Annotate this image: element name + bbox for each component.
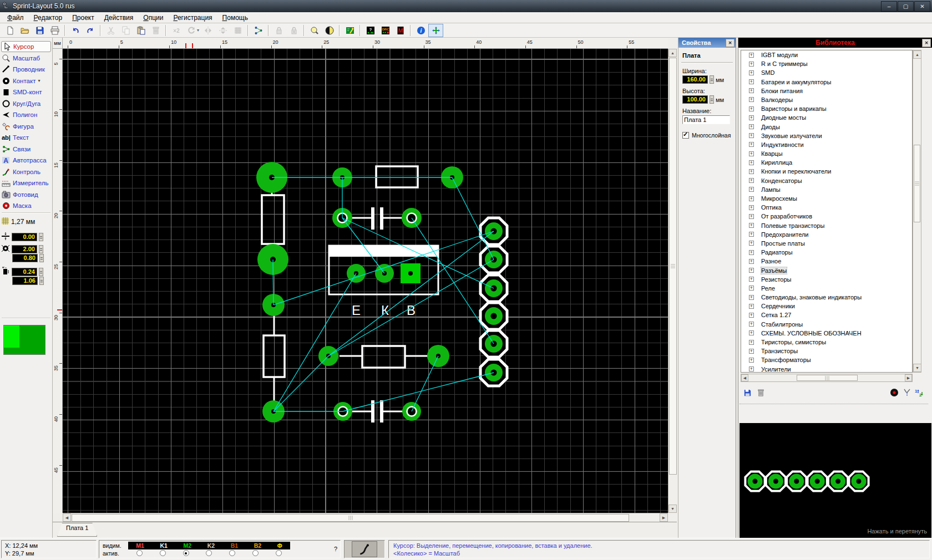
track-width-field[interactable]: 0.00 xyxy=(12,233,37,241)
tool-circle[interactable]: Круг/Дуга xyxy=(1,98,51,109)
pad-outer-spinner[interactable] xyxy=(39,245,43,253)
drc-button[interactable]: DRC xyxy=(378,24,393,37)
library-item[interactable]: +Стабилитроны xyxy=(741,320,912,329)
tree-scroll-thumb[interactable] xyxy=(914,145,920,222)
expand-icon[interactable]: + xyxy=(749,53,754,58)
library-close-icon[interactable]: ✕ xyxy=(922,39,931,47)
library-item[interactable]: +Полевые транзисторы xyxy=(741,221,912,230)
horizontal-scroll-thumb[interactable] xyxy=(72,514,629,522)
menu-проект[interactable]: Проект xyxy=(67,13,99,23)
expand-icon[interactable]: + xyxy=(749,214,754,219)
test-button[interactable] xyxy=(342,24,357,37)
library-item[interactable]: +Диодные мосты xyxy=(741,113,912,122)
info-button[interactable]: i xyxy=(413,24,428,37)
tool-auto[interactable]: AАвтотрасса xyxy=(1,155,51,166)
layer-chip-M1[interactable]: M1 xyxy=(136,542,144,549)
expand-icon[interactable]: + xyxy=(749,88,754,93)
library-tree[interactable]: +IGBT модули+R и C триммеры+SMD+Батареи … xyxy=(741,50,913,373)
pad-hole-field[interactable]: 0.80 xyxy=(12,254,38,262)
expand-icon[interactable]: + xyxy=(749,286,754,291)
scroll-down-arrow[interactable]: ▼ xyxy=(668,505,677,513)
menu-опции[interactable]: Опции xyxy=(138,13,168,23)
open-button[interactable] xyxy=(17,24,32,37)
smd-width-spinner[interactable] xyxy=(39,268,43,276)
expand-icon[interactable]: + xyxy=(749,313,754,318)
tree-scroll-right-arrow[interactable]: ▶ xyxy=(905,374,912,381)
save-button[interactable] xyxy=(32,24,47,37)
multilayer-checkbox[interactable] xyxy=(682,132,689,139)
layer-chip-K1[interactable]: K1 xyxy=(160,542,167,549)
board-tab[interactable]: Плата 1 xyxy=(57,523,97,537)
vertical-scroll-thumb[interactable] xyxy=(669,58,677,475)
tool-smd[interactable]: SMD-конт xyxy=(1,86,51,98)
library-item[interactable]: +Оптика xyxy=(741,203,912,212)
properties-close-icon[interactable]: ✕ xyxy=(726,39,735,47)
expand-icon[interactable]: + xyxy=(749,160,754,165)
library-item[interactable]: +Микросхемы xyxy=(741,194,912,203)
expand-icon[interactable]: + xyxy=(749,62,754,67)
redo-button[interactable] xyxy=(83,24,98,37)
expand-icon[interactable]: + xyxy=(749,295,754,300)
library-item[interactable]: +Резисторы xyxy=(741,275,912,284)
expand-icon[interactable]: + xyxy=(749,106,754,111)
origin-button[interactable] xyxy=(428,24,443,37)
smd-width-field[interactable]: 0.24 xyxy=(12,268,37,276)
tree-scroll-up-arrow[interactable]: ▲ xyxy=(913,50,921,59)
layer-radio-Ф[interactable] xyxy=(276,550,282,556)
library-item[interactable]: +Разъёмы xyxy=(741,266,912,275)
canvas-vertical-scrollbar[interactable]: ▲ ▼ xyxy=(668,49,677,513)
expand-icon[interactable]: + xyxy=(749,259,754,264)
paste-button[interactable] xyxy=(133,24,148,37)
layer-chip-B1[interactable]: B1 xyxy=(231,542,238,549)
delete-macro-button[interactable] xyxy=(755,387,766,398)
expand-icon[interactable]: + xyxy=(749,169,754,174)
record-macro-icon[interactable] xyxy=(889,387,900,398)
tree-hscroll-thumb[interactable] xyxy=(797,375,858,381)
menu-файл[interactable]: Файл xyxy=(2,13,29,23)
library-item[interactable]: +Диоды xyxy=(741,123,912,131)
tool-pad[interactable]: Контакт▾ xyxy=(1,75,51,86)
board-height-spinner[interactable] xyxy=(710,95,714,104)
library-item[interactable]: +Реле xyxy=(741,284,912,293)
layer-radio-M1[interactable] xyxy=(136,550,143,556)
expand-icon[interactable]: + xyxy=(749,115,754,120)
library-item[interactable]: +Сетка 1.27 xyxy=(741,310,912,319)
library-tree-hscrollbar[interactable]: ◀ ▶ xyxy=(741,374,913,382)
close-button[interactable] xyxy=(914,1,930,12)
print-button[interactable] xyxy=(47,24,62,37)
library-item[interactable]: +Индуктивности xyxy=(741,140,912,149)
expand-icon[interactable]: + xyxy=(749,205,754,210)
layer-radio-B2[interactable] xyxy=(252,550,259,556)
library-item[interactable]: +Кварцы xyxy=(741,149,912,158)
library-item[interactable]: +Усилители xyxy=(741,365,912,373)
menu-редактор[interactable]: Редактор xyxy=(29,13,68,23)
library-item[interactable]: +Звуковые излучатели xyxy=(741,131,912,140)
expand-icon[interactable]: + xyxy=(749,340,754,345)
library-item[interactable]: +Конденсаторы xyxy=(741,176,912,185)
library-item[interactable]: +Трансформаторы xyxy=(741,355,912,364)
expand-icon[interactable]: + xyxy=(749,196,754,201)
board-width-field[interactable]: 160.00 xyxy=(682,75,708,84)
expand-icon[interactable]: + xyxy=(749,70,754,75)
library-item[interactable]: +Кнопки и переключатели xyxy=(741,167,912,176)
scroll-up-arrow[interactable]: ▲ xyxy=(668,49,677,57)
maximize-button[interactable] xyxy=(898,1,914,12)
filter-icon[interactable] xyxy=(901,387,913,398)
library-item[interactable]: +Светодиоды, знаковые индикаторы xyxy=(741,293,912,302)
smd-height-spinner[interactable] xyxy=(39,277,44,285)
expand-icon[interactable]: + xyxy=(749,79,754,84)
library-item[interactable]: +От разработчиков xyxy=(741,212,912,221)
menu-регистрация[interactable]: Регистрация xyxy=(168,13,217,23)
tool-zoomt[interactable]: Масштаб xyxy=(1,53,51,64)
layer-radio-B1[interactable] xyxy=(229,550,235,556)
tool-photo[interactable]: Фотовид xyxy=(1,189,51,200)
scroll-right-arrow[interactable]: ▶ xyxy=(660,513,668,522)
layer-radio-M2[interactable] xyxy=(183,550,189,556)
scroll-left-arrow[interactable]: ◀ xyxy=(63,513,71,522)
expand-icon[interactable]: + xyxy=(749,97,754,102)
library-item[interactable]: +Тиристоры, симисторы xyxy=(741,338,912,347)
expand-icon[interactable]: + xyxy=(749,358,754,363)
library-item[interactable]: +Предохранители xyxy=(741,230,912,239)
helpboard-button[interactable]: ? xyxy=(363,24,378,37)
save-macro-button[interactable] xyxy=(742,387,753,398)
